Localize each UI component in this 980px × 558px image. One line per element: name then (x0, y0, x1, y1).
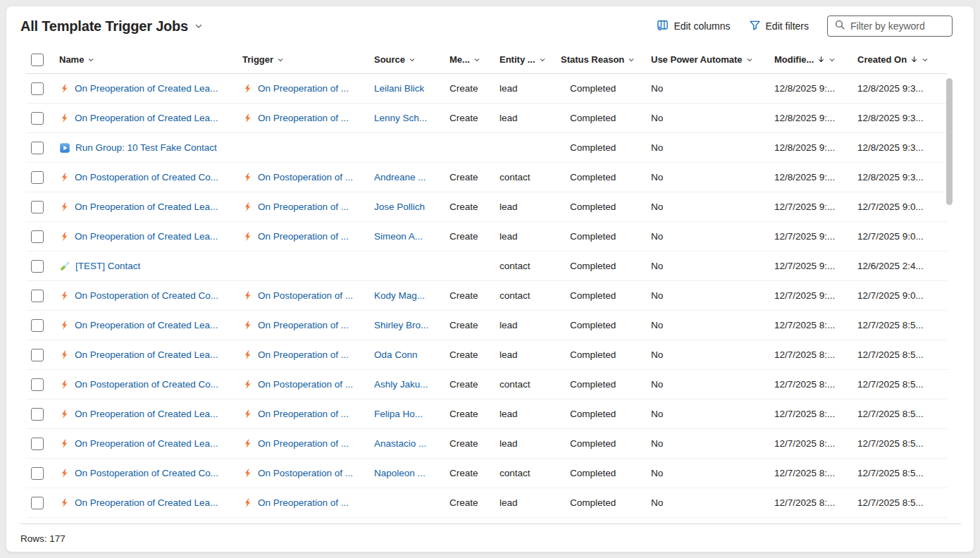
table-row[interactable]: On Postoperation of Created Co...On Post… (26, 459, 948, 488)
table-row[interactable]: On Preoperation of Created Lea...On Preo… (26, 222, 948, 252)
record-name-link[interactable]: On Postoperation of Created Co... (75, 468, 218, 478)
status-cell: Completed (561, 349, 651, 360)
message-cell: Create (449, 172, 500, 182)
table-row[interactable]: On Preoperation of Created Lea...On Preo… (26, 429, 948, 459)
column-header-name[interactable]: Name (59, 54, 242, 65)
table-row[interactable]: On Preoperation of Created Lea...On Preo… (26, 311, 948, 340)
row-checkbox[interactable] (31, 142, 44, 154)
trigger-link[interactable]: On Preoperation of ... (258, 349, 349, 360)
record-name-link[interactable]: On Preoperation of Created Lea... (75, 231, 218, 242)
created-on-cell: 12/8/2025 9:3... (857, 113, 948, 123)
trigger-link[interactable]: On Preoperation of ... (258, 83, 349, 94)
row-checkbox[interactable] (31, 112, 44, 125)
record-name-link[interactable]: On Preoperation of Created Lea... (75, 83, 218, 94)
source-link[interactable]: Lenny Sch... (374, 113, 427, 123)
table-row[interactable]: On Preoperation of Created Lea...On Preo… (26, 74, 948, 104)
table-row[interactable]: On Preoperation of Created Lea...On Preo… (26, 488, 948, 518)
record-name-link[interactable]: On Preoperation of Created Lea... (75, 438, 218, 449)
table-row[interactable]: On Postoperation of Created Co...On Post… (26, 163, 948, 192)
trigger-link[interactable]: On Preoperation of ... (258, 497, 349, 508)
table-row[interactable]: On Preoperation of Created Lea...On Preo… (26, 340, 948, 370)
name-cell: On Preoperation of Created Lea... (59, 320, 242, 330)
trigger-link[interactable]: On Preoperation of ... (258, 231, 349, 242)
trigger-link[interactable]: On Preoperation of ... (258, 320, 349, 330)
table-row[interactable]: Run Group: 10 Test Fake ContactCompleted… (26, 133, 948, 163)
row-checkbox[interactable] (31, 171, 44, 184)
source-link[interactable]: Andreane ... (374, 172, 426, 182)
lightning-icon (59, 349, 70, 360)
source-link[interactable]: Leilani Blick (374, 83, 424, 94)
record-name-link[interactable]: [TEST] Contact (75, 261, 140, 271)
source-link[interactable]: Kody Mag... (374, 290, 425, 301)
table-row[interactable]: On Preoperation of Created Lea...On Preo… (26, 399, 948, 429)
row-checkbox[interactable] (31, 201, 44, 213)
keyword-filter-input[interactable] (850, 20, 945, 32)
record-name-link[interactable]: On Postoperation of Created Co... (75, 379, 218, 390)
trigger-link[interactable]: On Postoperation of ... (258, 379, 353, 390)
trigger-link[interactable]: On Preoperation of ... (258, 438, 349, 449)
table-row[interactable]: On Preoperation of Created Lea...On Preo… (26, 104, 948, 133)
table-row[interactable]: On Preoperation of Created Lea...On Preo… (26, 192, 948, 222)
record-name-link[interactable]: On Postoperation of Created Co... (75, 172, 218, 182)
record-name-link[interactable]: Run Group: 10 Test Fake Contact (75, 142, 217, 153)
column-header-trigger[interactable]: Trigger (242, 54, 374, 65)
trigger-link[interactable]: On Postoperation of ... (258, 172, 353, 182)
lightning-icon (242, 290, 253, 301)
record-name-link[interactable]: On Preoperation of Created Lea... (75, 497, 218, 508)
record-name-link[interactable]: On Preoperation of Created Lea... (75, 113, 218, 123)
row-checkbox[interactable] (31, 349, 44, 361)
row-checkbox[interactable] (31, 290, 44, 302)
name-cell: On Postoperation of Created Co... (59, 379, 242, 390)
record-name-link[interactable]: On Preoperation of Created Lea... (75, 349, 218, 360)
name-cell: On Preoperation of Created Lea... (59, 438, 242, 449)
trigger-link[interactable]: On Preoperation of ... (258, 409, 349, 419)
edit-columns-button[interactable]: Edit columns (652, 15, 734, 37)
column-header-status[interactable]: Status Reason (561, 54, 651, 65)
row-checkbox[interactable] (31, 230, 44, 243)
row-checkbox[interactable] (31, 378, 44, 391)
lightning-icon (242, 202, 253, 212)
table-row[interactable]: On Postoperation of Created Co...On Post… (26, 370, 948, 399)
row-checkbox[interactable] (31, 82, 44, 95)
trigger-link[interactable]: On Preoperation of ... (258, 113, 349, 123)
record-name-link[interactable]: On Postoperation of Created Co... (75, 290, 218, 301)
select-all-checkbox[interactable] (31, 54, 44, 66)
message-cell: Create (449, 438, 500, 449)
source-link[interactable]: Anastacio ... (374, 438, 426, 449)
column-header-modified[interactable]: Modifie... (774, 54, 857, 65)
source-link[interactable]: Napoleon ... (374, 468, 426, 478)
row-checkbox[interactable] (31, 438, 44, 450)
trigger-link[interactable]: On Postoperation of ... (258, 468, 353, 478)
source-link[interactable]: Oda Conn (374, 349, 418, 360)
column-header-source[interactable]: Source (374, 54, 449, 65)
column-header-power[interactable]: Use Power Automate (651, 54, 774, 65)
record-name-link[interactable]: On Preoperation of Created Lea... (75, 202, 218, 212)
row-checkbox[interactable] (31, 319, 44, 332)
trigger-link[interactable]: On Preoperation of ... (258, 202, 349, 212)
column-header-created[interactable]: Created On (857, 54, 948, 65)
table-row[interactable]: [TEST] ContactcontactCompletedNo12/7/202… (26, 252, 948, 281)
row-checkbox[interactable] (31, 260, 44, 273)
source-link[interactable]: Simeon A... (374, 231, 423, 242)
row-checkbox[interactable] (31, 467, 44, 480)
source-link[interactable]: Jose Pollich (374, 202, 425, 212)
table-row[interactable]: On Postoperation of Created Co...On Post… (26, 281, 948, 311)
lightning-icon (59, 231, 70, 242)
entity-cell: lead (500, 231, 561, 242)
source-link[interactable]: Felipa Ho... (374, 409, 423, 419)
trigger-link[interactable]: On Postoperation of ... (258, 290, 353, 301)
view-selector[interactable]: All Template Trigger Jobs (20, 18, 203, 35)
keyword-filter-searchbox[interactable] (827, 16, 953, 37)
record-name-link[interactable]: On Preoperation of Created Lea... (75, 320, 218, 330)
edit-filters-button[interactable]: Edit filters (745, 15, 813, 37)
row-checkbox[interactable] (31, 408, 44, 421)
column-header-message[interactable]: Me... (449, 54, 500, 65)
source-link[interactable]: Shirley Bro... (374, 320, 428, 330)
record-name-link[interactable]: On Preoperation of Created Lea... (75, 409, 218, 419)
row-checkbox[interactable] (31, 497, 44, 509)
vertical-scrollbar-thumb[interactable] (946, 78, 953, 205)
column-header-entity[interactable]: Entity ... (500, 54, 561, 65)
source-link[interactable]: Ashly Jaku... (374, 379, 428, 390)
select-all-cell (26, 54, 59, 66)
source-cell: Anastacio ... (374, 438, 449, 449)
